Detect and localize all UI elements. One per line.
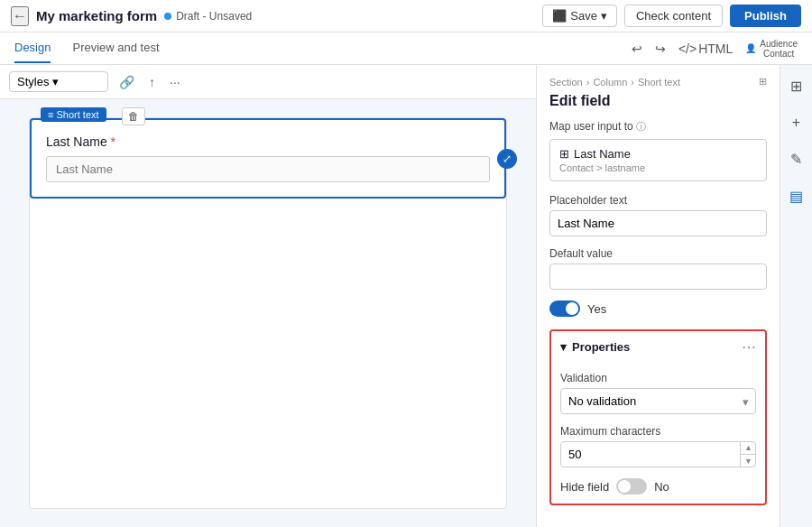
undo-button[interactable]: ↩ xyxy=(632,42,642,56)
chevron-down-icon: ▾ xyxy=(560,340,567,354)
max-chars-group: Maximum characters ▲ ▼ xyxy=(560,425,756,467)
map-field-name: ⊞ Last Name xyxy=(559,147,757,161)
increment-button[interactable]: ▲ xyxy=(740,441,756,455)
tab-bar-left: Design Preview and test xyxy=(14,33,160,63)
draft-badge: Draft - Unsaved xyxy=(164,10,252,23)
breadcrumb-sep2: › xyxy=(631,77,634,88)
hide-field-toggle[interactable] xyxy=(616,478,647,495)
breadcrumb-sep1: › xyxy=(586,77,590,88)
link-icon-button[interactable]: 🔗 xyxy=(115,73,138,91)
save-button[interactable]: ⬛ Save ▾ xyxy=(542,5,617,27)
save-label: Save xyxy=(570,9,597,23)
validation-group: Validation No validation ▾ xyxy=(560,372,756,414)
draft-label: Draft - Unsaved xyxy=(176,10,252,23)
draft-dot-icon xyxy=(164,13,171,20)
map-field-path: Contact > lastname xyxy=(559,162,757,173)
add-icon-button[interactable]: + xyxy=(789,111,804,134)
field-delete-button[interactable]: 🗑 xyxy=(122,107,145,125)
grid-icon: ⊞ xyxy=(759,76,767,88)
required-row: Yes xyxy=(549,300,767,317)
save-icon: ⬛ xyxy=(552,9,567,23)
breadcrumb-column: Column xyxy=(593,77,627,88)
audience-section: 👤 Audience Contact xyxy=(745,39,798,59)
styles-label: Styles xyxy=(17,75,49,88)
required-toggle[interactable] xyxy=(549,300,580,317)
placeholder-group: Placeholder text xyxy=(549,194,767,236)
max-chars-input[interactable] xyxy=(560,441,756,467)
default-value-input[interactable] xyxy=(549,264,767,290)
hide-field-label: Hide field xyxy=(560,480,609,494)
field-type-badge: ≡ Short text xyxy=(41,107,106,122)
arrow-icon-button[interactable]: ↑ xyxy=(145,73,159,91)
page-title: My marketing form xyxy=(36,8,157,23)
default-value-label: Default value xyxy=(549,247,767,260)
hide-field-no-label: No xyxy=(654,480,669,494)
save-dropdown-icon: ▾ xyxy=(601,9,607,23)
styles-dropdown-icon: ▾ xyxy=(52,75,59,88)
required-star: * xyxy=(111,134,115,149)
top-bar-left: ← My marketing form Draft - Unsaved xyxy=(11,6,533,26)
layers-icon-button[interactable]: ⊞ xyxy=(787,74,806,98)
contact-label: Contact xyxy=(760,49,798,59)
audience-label: Audience xyxy=(760,39,798,49)
map-section-label: Map user input to ⓘ xyxy=(549,120,767,134)
properties-header-left: ▾ Properties xyxy=(560,340,630,354)
top-bar: ← My marketing form Draft - Unsaved ⬛ Sa… xyxy=(0,0,812,32)
placeholder-label: Placeholder text xyxy=(549,194,767,207)
properties-icon-button[interactable]: ▤ xyxy=(786,184,807,208)
properties-body: Validation No validation ▾ Maximum chara… xyxy=(551,363,765,504)
properties-label: Properties xyxy=(572,340,630,354)
publish-button[interactable]: Publish xyxy=(730,5,801,27)
check-content-button[interactable]: Check content xyxy=(624,5,723,27)
properties-section: ▾ Properties ⋯ Validation No validation … xyxy=(549,329,767,505)
max-chars-input-wrapper: ▲ ▼ xyxy=(560,441,756,467)
field-input[interactable] xyxy=(46,156,490,182)
redo-button[interactable]: ↪ xyxy=(655,42,666,56)
canvas-content: ≡ Short text 🗑 Last Name * ⤢ xyxy=(0,99,536,527)
canvas-area: Styles ▾ 🔗 ↑ ··· ≡ Short text 🗑 Last Nam… xyxy=(0,65,536,527)
decrement-button[interactable]: ▼ xyxy=(740,455,756,467)
field-drag-handle[interactable]: ⤢ xyxy=(497,149,517,169)
map-info-icon[interactable]: ⓘ xyxy=(636,121,646,132)
hide-field-row: Hide field No xyxy=(560,478,756,495)
right-panel: Section › Column › Short text ⊞ Edit fie… xyxy=(536,65,780,527)
max-chars-label: Maximum characters xyxy=(560,425,756,438)
tab-preview[interactable]: Preview and test xyxy=(72,33,159,63)
breadcrumb-section: Section xyxy=(549,77,583,88)
validation-label: Validation xyxy=(560,372,756,384)
validation-select-wrapper: No validation ▾ xyxy=(560,388,756,414)
main-layout: Styles ▾ 🔗 ↑ ··· ≡ Short text 🗑 Last Nam… xyxy=(0,65,812,527)
field-block: ≡ Short text 🗑 Last Name * ⤢ xyxy=(30,118,506,199)
styles-select[interactable]: Styles ▾ xyxy=(9,71,108,92)
required-label: Yes xyxy=(587,302,606,316)
map-field-icon: ⊞ xyxy=(559,147,569,161)
breadcrumb: Section › Column › Short text ⊞ xyxy=(549,76,767,88)
more-icon-button[interactable]: ··· xyxy=(166,73,184,91)
top-bar-right: ⬛ Save ▾ Check content Publish xyxy=(542,5,801,27)
default-value-group: Default value xyxy=(549,247,767,290)
back-button[interactable]: ← xyxy=(11,6,29,26)
canvas-toolbar: Styles ▾ 🔗 ↑ ··· xyxy=(0,65,536,99)
tab-design[interactable]: Design xyxy=(14,33,51,63)
number-arrows: ▲ ▼ xyxy=(740,441,756,467)
field-label: Last Name * xyxy=(46,134,490,149)
placeholder-input[interactable] xyxy=(549,210,767,236)
panel-title: Edit field xyxy=(549,93,767,109)
tab-bar-right: ↩ ↪ </> HTML 👤 Audience Contact xyxy=(632,39,798,59)
html-button[interactable]: </> HTML xyxy=(678,42,733,56)
properties-header[interactable]: ▾ Properties ⋯ xyxy=(551,331,765,363)
edit-icon-button[interactable]: ✎ xyxy=(787,147,806,171)
properties-more-button[interactable]: ⋯ xyxy=(742,338,756,356)
breadcrumb-shorttext: Short text xyxy=(638,77,680,88)
field-label-text: Last Name xyxy=(46,134,107,149)
form-preview: ≡ Short text 🗑 Last Name * ⤢ xyxy=(29,117,507,509)
map-input-box[interactable]: ⊞ Last Name Contact > lastname xyxy=(549,139,767,181)
html-icon: </> xyxy=(678,42,697,56)
tab-bar: Design Preview and test ↩ ↪ </> HTML 👤 A… xyxy=(0,32,812,65)
validation-select[interactable]: No validation xyxy=(560,388,756,414)
audience-icon: 👤 xyxy=(745,43,756,53)
side-icons: ⊞ + ✎ ▤ xyxy=(780,65,812,527)
html-label: HTML xyxy=(698,42,733,56)
